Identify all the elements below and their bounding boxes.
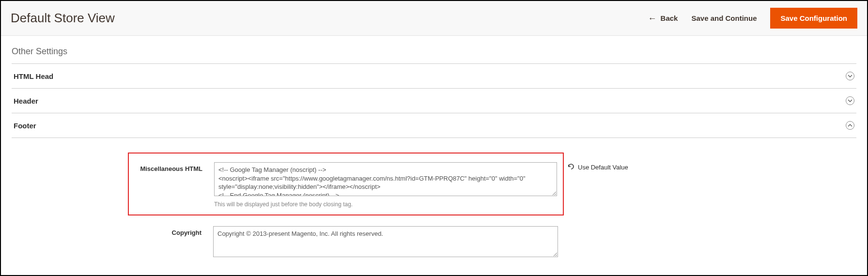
copyright-label: Copyright [128,226,202,236]
content-area: Other Settings HTML Head Header Footer M… [1,36,867,266]
chevron-up-icon [846,121,854,130]
accordion-title: Footer [14,122,36,130]
misc-html-row: Miscellaneous HTML [135,162,557,196]
highlighted-field-group: Miscellaneous HTML This will be displaye… [128,153,564,215]
copyright-row: Copyright [128,226,856,257]
save-and-continue-button[interactable]: Save and Continue [691,14,757,22]
accordion-footer[interactable]: Footer [12,113,856,138]
section-header: Other Settings [12,45,856,63]
chevron-down-icon [846,72,854,80]
footer-panel: Miscellaneous HTML This will be displaye… [12,138,856,266]
chevron-down-icon [846,96,854,105]
accordion-html-head[interactable]: HTML Head [12,63,856,89]
arrow-left-icon: ← [648,14,657,23]
accordion-title: HTML Head [14,72,53,80]
copyright-textarea[interactable] [213,226,558,257]
use-default-value-button[interactable]: Use Default Value [567,163,628,171]
back-button[interactable]: ← Back [648,14,678,23]
use-default-label: Use Default Value [578,164,628,171]
misc-html-helper: This will be displayed just before the b… [214,201,557,208]
top-bar: Default Store View ← Back Save and Conti… [1,1,867,36]
accordion-header[interactable]: Header [12,89,856,113]
save-configuration-button[interactable]: Save Configuration [770,8,857,29]
misc-html-label: Miscellaneous HTML [135,162,202,172]
misc-html-textarea[interactable] [214,162,557,196]
topbar-actions: ← Back Save and Continue Save Configurat… [648,8,857,29]
page-title: Default Store View [11,11,115,26]
back-label: Back [661,14,678,22]
accordion-title: Header [14,97,38,105]
undo-icon [567,163,575,171]
